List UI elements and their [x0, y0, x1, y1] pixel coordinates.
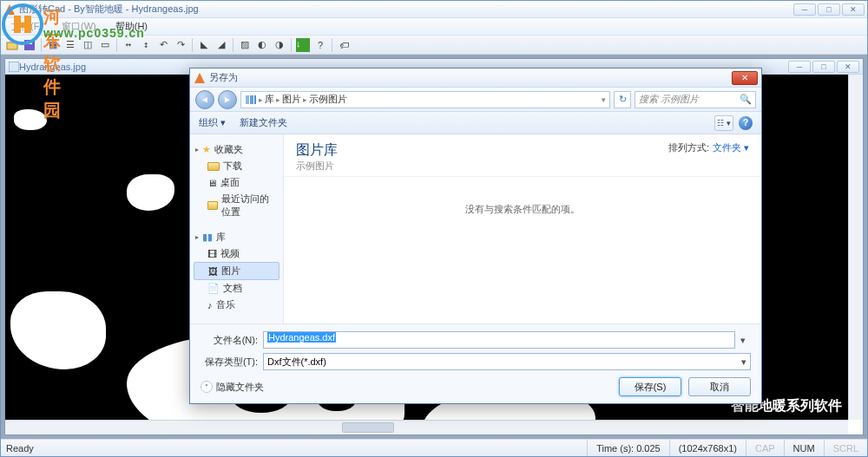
- rotate-ccw-icon[interactable]: ↶: [155, 37, 171, 53]
- main-minimize-button[interactable]: ─: [793, 3, 816, 16]
- document-icon: 📄: [207, 283, 220, 294]
- library-subtitle: 示例图片: [296, 160, 338, 173]
- sidebar-libraries-header[interactable]: ▸▮▮库: [194, 229, 279, 245]
- dialog-main-pane: 图片库 示例图片 排列方式: 文件夹 ▾ 没有与搜索条件匹配的项。: [284, 134, 761, 323]
- dialog-help-button[interactable]: ?: [739, 116, 753, 130]
- sidebar-item-videos[interactable]: 🎞视频: [194, 245, 279, 262]
- vertical-scrollbar[interactable]: [848, 75, 863, 420]
- hatch-icon[interactable]: ▨: [237, 37, 253, 53]
- sort-control[interactable]: 排列方式: 文件夹 ▾: [668, 141, 749, 154]
- video-icon: 🎞: [207, 249, 217, 259]
- main-maximize-button[interactable]: □: [818, 3, 840, 16]
- image-blob: [14, 109, 47, 130]
- new-folder-button[interactable]: 新建文件夹: [240, 116, 287, 129]
- grid-icon[interactable]: ▦: [45, 37, 61, 53]
- view-mode-button[interactable]: ☷ ▾: [714, 115, 733, 131]
- hide-folders-toggle[interactable]: ˄ 隐藏文件夹: [201, 381, 264, 394]
- svg-marker-9: [194, 73, 205, 83]
- dialog-close-button[interactable]: ✕: [732, 71, 758, 85]
- menu-window[interactable]: 窗口(W): [56, 19, 102, 34]
- svg-marker-4: [4, 4, 15, 15]
- image-blob: [127, 174, 174, 211]
- organize-menu[interactable]: 组织 ▾: [199, 116, 226, 129]
- open-icon[interactable]: [4, 37, 20, 53]
- nav-forward-button[interactable]: ►: [218, 90, 237, 109]
- save-button[interactable]: 保存(S): [619, 377, 681, 396]
- svg-rect-8: [9, 62, 19, 72]
- breadcrumb-dropdown-icon[interactable]: ▾: [602, 95, 606, 104]
- tag-icon[interactable]: 🏷: [336, 37, 352, 53]
- library-icon: ▮▮: [202, 232, 213, 243]
- main-close-button[interactable]: ✕: [842, 3, 865, 16]
- menu-file[interactable]: 文件(F): [6, 19, 48, 34]
- triangle-down-right-icon[interactable]: ◢: [214, 37, 229, 53]
- rotate-cw-icon[interactable]: ↷: [173, 37, 188, 53]
- contrast-icon[interactable]: ◑: [272, 37, 287, 53]
- cancel-button[interactable]: 取消: [688, 377, 751, 396]
- status-bar: Ready Time (s): 0.025 (1024x768x1) CAP N…: [1, 439, 867, 456]
- flip-h-icon[interactable]: ◫: [80, 37, 95, 53]
- status-scrl: SCRL: [824, 440, 867, 456]
- sidebar-item-music[interactable]: ♪音乐: [194, 297, 279, 313]
- breadcrumb-part[interactable]: 图片: [282, 93, 301, 106]
- breadcrumb-part[interactable]: 库: [265, 93, 274, 106]
- sidebar-item-downloads[interactable]: 下载: [194, 158, 279, 174]
- status-dimensions: (1024x768x1): [669, 440, 746, 456]
- sidebar-item-recent[interactable]: 最近访问的位置: [194, 191, 279, 220]
- breadcrumb-sep: ▸: [303, 95, 307, 104]
- triangle-down-left-icon[interactable]: ◣: [196, 37, 212, 53]
- status-num: NUM: [784, 440, 824, 456]
- desktop-icon: 🖥: [207, 178, 217, 188]
- empty-results-message: 没有与搜索条件匹配的项。: [284, 177, 761, 323]
- svg-rect-11: [250, 95, 253, 104]
- toolbar-separator: [233, 38, 233, 52]
- select-icon[interactable]: ▭: [97, 37, 113, 53]
- doc-close-button[interactable]: ✕: [837, 61, 859, 73]
- filename-dropdown-icon[interactable]: ▾: [740, 335, 751, 346]
- filetype-combo[interactable]: Dxf文件(*.dxf) ▾: [263, 353, 751, 370]
- sort-value[interactable]: 文件夹 ▾: [713, 141, 749, 154]
- list-icon[interactable]: ☰: [62, 37, 78, 53]
- library-title: 图片库: [296, 141, 338, 160]
- svg-rect-7: [27, 41, 32, 44]
- toolbar-separator: [332, 38, 332, 52]
- dialog-toolbar: 组织 ▾ 新建文件夹 ☷ ▾ ?: [190, 112, 761, 134]
- star-icon: ★: [202, 144, 211, 155]
- sidebar-item-pictures[interactable]: 🖼图片: [194, 262, 279, 280]
- menu-help[interactable]: 帮助(H): [110, 19, 153, 34]
- dialog-sidebar: ▸★收藏夹 下载 🖥桌面 最近访问的位置 ▸▮▮库 🎞视频 🖼图片 📄文档 ♪音…: [190, 134, 284, 323]
- doc-maximize-button[interactable]: □: [812, 61, 835, 73]
- dialog-body: ▸★收藏夹 下载 🖥桌面 最近访问的位置 ▸▮▮库 🎞视频 🖼图片 📄文档 ♪音…: [190, 134, 761, 323]
- export-icon[interactable]: ↓: [295, 37, 311, 53]
- main-title-text: 图形转Cad - By智能地暖 - Hydrangeas.jpg: [19, 3, 793, 16]
- save-as-dialog: 另存为 ✕ ◄ ► ▸ 库 ▸ 图片 ▸ 示例图片 ▾ ↻ 搜索 示例图片 🔍 …: [189, 68, 762, 404]
- refresh-button[interactable]: ↻: [614, 91, 631, 108]
- music-icon: ♪: [207, 300, 213, 310]
- dialog-nav-bar: ◄ ► ▸ 库 ▸ 图片 ▸ 示例图片 ▾ ↻ 搜索 示例图片 🔍: [190, 88, 761, 112]
- library-icon: [245, 95, 257, 105]
- main-title-bar: 图形转Cad - By智能地暖 - Hydrangeas.jpg ─ □ ✕: [1, 1, 867, 18]
- arrows-v-icon[interactable]: ↕: [138, 37, 154, 53]
- help-icon[interactable]: ?: [312, 37, 328, 53]
- sidebar-favorites-header[interactable]: ▸★收藏夹: [194, 141, 279, 158]
- search-input[interactable]: 搜索 示例图片 🔍: [635, 91, 756, 108]
- horizontal-scrollbar[interactable]: [5, 420, 848, 434]
- arrows-h-icon[interactable]: ↔: [121, 37, 136, 53]
- toolbar-separator: [192, 38, 193, 52]
- app-icon: [3, 3, 16, 16]
- breadcrumb[interactable]: ▸ 库 ▸ 图片 ▸ 示例图片 ▾: [240, 91, 610, 108]
- sidebar-item-documents[interactable]: 📄文档: [194, 280, 279, 297]
- brightness-icon[interactable]: ◐: [254, 37, 270, 53]
- toolbar-separator: [291, 38, 292, 52]
- search-icon: 🔍: [740, 94, 752, 105]
- breadcrumb-part[interactable]: 示例图片: [309, 93, 347, 106]
- svg-rect-5: [7, 42, 17, 49]
- filename-input[interactable]: Hydrangeas.dxf: [263, 331, 735, 349]
- save-icon[interactable]: [22, 37, 37, 53]
- scrollbar-thumb[interactable]: [342, 422, 394, 433]
- menu-bar: 文件(F) 窗口(W) 帮助(H): [1, 18, 867, 36]
- sidebar-item-desktop[interactable]: 🖥桌面: [194, 174, 279, 191]
- doc-minimize-button[interactable]: ─: [788, 61, 811, 73]
- nav-back-button[interactable]: ◄: [195, 90, 214, 109]
- status-cap: CAP: [746, 440, 784, 456]
